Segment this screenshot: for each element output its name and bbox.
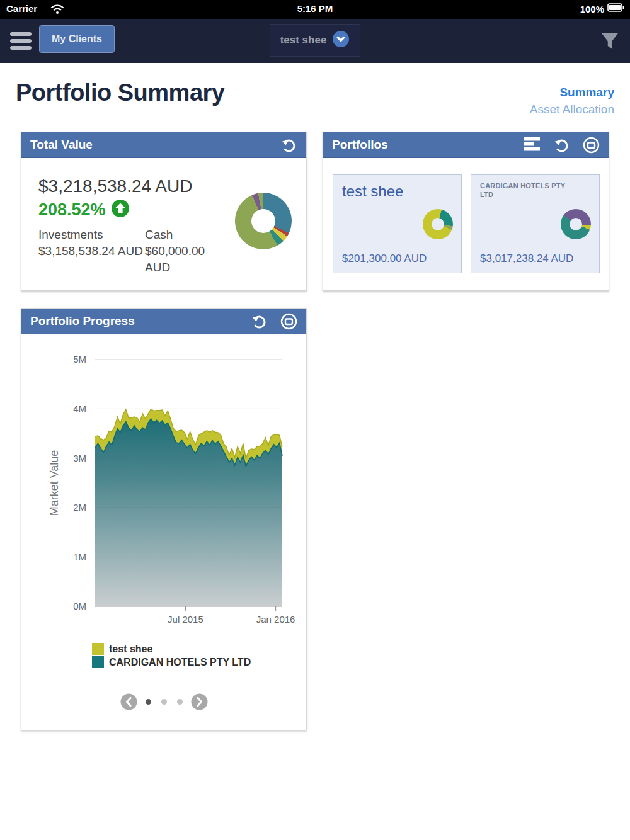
tab-asset-allocation[interactable]: Asset Allocation <box>530 103 614 116</box>
svg-text:5M: 5M <box>73 354 86 365</box>
chart-bars-icon[interactable] <box>524 137 541 154</box>
total-value-card-title: Total Value <box>30 138 93 152</box>
legend-label: CARDIGAN HOTELS PTY LTD <box>109 657 251 668</box>
portfolios-card-title: Portfolios <box>332 138 388 152</box>
portfolio-tile-name: test shee <box>342 183 403 200</box>
legend-swatch <box>92 656 104 668</box>
minimize-icon[interactable] <box>583 137 600 154</box>
nav-bar: My Clients test shee <box>0 19 630 63</box>
total-value-change: 208.52% <box>38 199 130 220</box>
carousel-dot[interactable] <box>177 699 183 705</box>
prev-icon[interactable] <box>120 693 137 710</box>
filter-icon[interactable] <box>601 33 619 50</box>
total-value-donut-chart <box>235 193 292 249</box>
change-percent-label: 208.52% <box>38 200 106 220</box>
investments-value: $3,158,538.24 AUD <box>38 243 149 259</box>
chart-legend: test shee CARDIGAN HOTELS PTY LTD <box>92 642 251 669</box>
legend-item-test-shee: test shee <box>92 642 251 656</box>
next-icon[interactable] <box>191 693 208 710</box>
battery-percent-label: 100% <box>580 4 604 14</box>
carousel-dots <box>146 699 183 705</box>
minimize-icon[interactable] <box>280 313 297 330</box>
svg-text:Jul 2015: Jul 2015 <box>168 614 203 625</box>
portfolio-tile-donut-chart <box>423 209 453 239</box>
client-selector-dropdown[interactable]: test shee <box>270 24 360 57</box>
total-value-amount: $3,218,538.24 AUD <box>38 176 192 196</box>
portfolio-tile-donut-chart <box>561 209 591 239</box>
portfolio-tile-cardigan-hotels[interactable]: CARDIGAN HOTELS PTY LTD $3,017,238.24 AU… <box>471 174 600 273</box>
investments-block: Investments $3,158,538.24 AUD <box>38 227 149 259</box>
carousel-pagination <box>21 693 306 710</box>
my-clients-button[interactable]: My Clients <box>39 25 115 53</box>
carousel-dot[interactable] <box>146 699 151 705</box>
total-value-card-header: Total Value <box>21 132 306 158</box>
portfolio-tile-name: CARDIGAN HOTELS PTY LTD <box>480 181 571 199</box>
market-value-area-chart: 0M1M2M3M4M5MJul 2015Jan 2016Market Value <box>21 334 307 628</box>
chevron-down-icon <box>332 30 350 50</box>
arrow-up-icon <box>111 199 130 220</box>
total-value-card: Total Value $3,218,538.24 AUD 208.52% <box>21 132 307 291</box>
refresh-icon[interactable] <box>251 313 268 330</box>
tab-summary[interactable]: Summary <box>530 86 614 99</box>
clock-label: 5:16 PM <box>0 3 630 14</box>
legend-label: test shee <box>109 644 152 655</box>
svg-text:2M: 2M <box>73 502 86 513</box>
portfolio-tile-value: $3,017,238.24 AUD <box>480 253 573 265</box>
investments-label: Investments <box>38 227 149 243</box>
portfolio-tiles: test shee $201,300.00 AUD CARDIGAN HOTEL… <box>333 174 600 273</box>
client-selector-value: test shee <box>280 34 327 47</box>
cash-block: Cash $60,000.00 AUD <box>145 227 227 276</box>
portfolios-card-header: Portfolios <box>323 132 609 158</box>
carousel-dot[interactable] <box>161 699 167 705</box>
battery-status: 100% <box>580 3 625 14</box>
legend-swatch <box>92 643 104 655</box>
portfolio-progress-card-header: Portfolio Progress <box>21 309 306 334</box>
portfolio-progress-card-title: Portfolio Progress <box>30 314 135 328</box>
cash-label: Cash <box>145 227 227 243</box>
svg-text:0M: 0M <box>73 601 86 611</box>
svg-text:Market Value: Market Value <box>48 450 60 516</box>
svg-text:4M: 4M <box>73 403 86 414</box>
portfolio-summary-screen: Carrier 5:16 PM 100% My Clients te <box>0 0 630 840</box>
portfolio-tile-test-shee[interactable]: test shee $201,300.00 AUD <box>333 174 462 273</box>
cash-value: $60,000.00 AUD <box>145 243 227 276</box>
view-links: Summary Asset Allocation <box>530 86 614 116</box>
portfolios-card: Portfolios <box>323 132 609 291</box>
page-title: Portfolio Summary <box>16 79 224 106</box>
status-bar: Carrier 5:16 PM 100% <box>0 0 630 19</box>
legend-item-cardigan-hotels: CARDIGAN HOTELS PTY LTD <box>92 656 251 669</box>
menu-icon[interactable] <box>10 30 33 52</box>
portfolio-progress-card: Portfolio Progress <box>21 308 307 730</box>
svg-text:3M: 3M <box>73 453 86 463</box>
portfolio-tile-value: $201,300.00 AUD <box>342 253 427 265</box>
svg-text:1M: 1M <box>73 552 86 562</box>
svg-text:Jan 2016: Jan 2016 <box>256 614 295 625</box>
refresh-icon[interactable] <box>280 137 297 154</box>
refresh-icon[interactable] <box>553 137 570 154</box>
battery-icon <box>607 3 625 14</box>
